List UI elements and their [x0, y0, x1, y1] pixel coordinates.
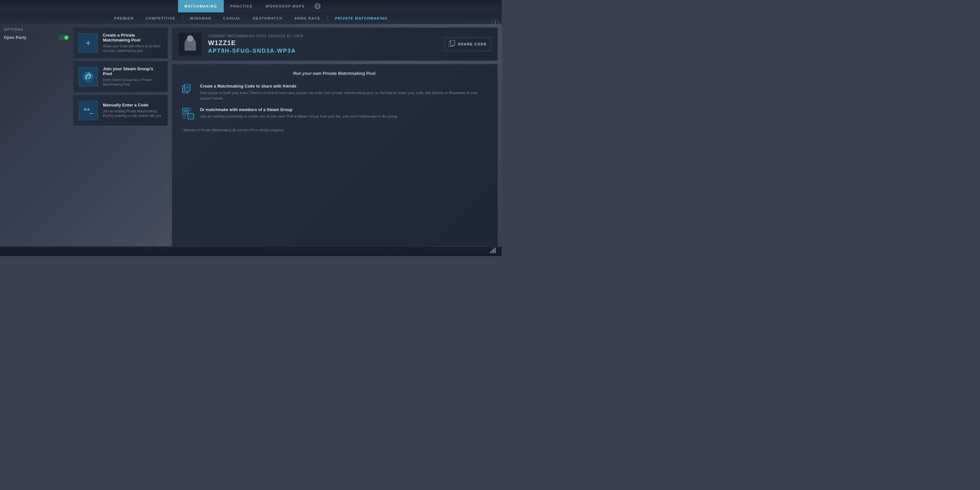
create-pool-item[interactable]: + Create a Private Matchmaking Pool Shar… [73, 27, 168, 59]
svg-point-7 [88, 76, 89, 78]
svg-rect-21 [183, 115, 186, 118]
sub-nav: PREMIER COMPETITIVE | WINGMAN CASUAL DEA… [0, 13, 502, 24]
tab-premier[interactable]: PREMIER [108, 13, 140, 24]
feature-matchmaking-text: Create a Matchmaking Code to share with … [200, 84, 488, 101]
svg-rect-25 [492, 250, 493, 253]
run-own-text: Run your own Private Matchmaking Pool. [182, 71, 488, 76]
create-pool-title: Create a Private Matchmaking Pool [103, 33, 163, 43]
enter-code-title: Manually Enter a Code [103, 103, 163, 108]
open-party-toggle[interactable] [59, 35, 69, 40]
info-icon[interactable]: i [492, 20, 498, 26]
options-label: Options [4, 27, 69, 31]
tab-competitive[interactable]: COMPETITIVE [140, 13, 181, 24]
pool-avatar [179, 33, 202, 56]
matchmaking-code-icon [182, 84, 195, 97]
svg-rect-26 [493, 248, 494, 253]
nav-workshop-maps[interactable]: WORKSHOP MAPS [259, 0, 311, 13]
tab-wingman[interactable]: WINGMAN [184, 13, 218, 24]
bottom-bar [0, 246, 502, 256]
feature-steam-text: Or matchmake with members of a Steam Gro… [200, 108, 398, 119]
note-text: * Matches in Private Matchmaking do not … [182, 128, 488, 132]
tab-deathmatch[interactable]: DEATHMATCH [247, 13, 288, 24]
enter-code-text: Manually Enter a Code Join an existing P… [103, 103, 163, 118]
pool-code: APT8H-SFUG-SND3A-WP3A [208, 48, 438, 54]
pool-subtitle: Current Matchmaking Pool created by user [208, 34, 438, 38]
feature-mm-title: Create a Matchmaking Code to share with … [200, 84, 488, 89]
svg-point-6 [86, 78, 87, 80]
join-steam-item[interactable]: Join your Steam Group's Pool Every Steam… [73, 61, 168, 92]
tab-arms-race[interactable]: ARMS RACE [288, 13, 326, 24]
enter-code-desc: Join an existing Private Matchmaking Poo… [103, 109, 163, 118]
open-party-row: Open Party [4, 35, 69, 40]
open-party-label: Open Party [4, 35, 27, 40]
right-column: Current Matchmaking Pool created by user… [172, 27, 498, 253]
feature-sg-desc: Join an existing community or create one… [200, 114, 398, 119]
feature-sg-title: Or matchmake with members of a Steam Gro… [200, 108, 398, 112]
nav-practice[interactable]: PRACTICE [224, 0, 259, 13]
feature-steam-group: Or matchmake with members of a Steam Gro… [182, 108, 488, 122]
center-panel: + Create a Private Matchmaking Pool Shar… [73, 27, 168, 253]
tab-casual[interactable]: CASUAL [217, 13, 247, 24]
svg-rect-24 [490, 251, 491, 253]
description-area: Run your own Private Matchmaking Pool. [172, 64, 498, 253]
svg-rect-27 [495, 248, 496, 253]
plus-icon: + [86, 38, 91, 48]
enter-code-icon: **_ [78, 100, 98, 120]
signal-icon[interactable] [490, 247, 497, 255]
feature-matchmaking-code: Create a Matchmaking Code to share with … [182, 84, 488, 101]
divider-1: | [181, 15, 184, 22]
nav-matchmaking[interactable]: MATCHMAKING [178, 0, 224, 13]
top-nav: MATCHMAKING PRACTICE WORKSHOP MAPS [0, 0, 502, 13]
pool-header: Current Matchmaking Pool created by user… [172, 27, 498, 61]
create-pool-desc: Share your Code with others to let them … [103, 44, 163, 53]
create-pool-icon: + [78, 33, 98, 53]
divider-2: | [326, 15, 329, 22]
globe-icon[interactable] [311, 3, 324, 9]
join-steam-text: Join your Steam Group's Pool Every Steam… [103, 66, 163, 87]
create-pool-text: Create a Private Matchmaking Pool Share … [103, 33, 163, 53]
key-icon: **_ [83, 107, 93, 114]
pool-info: Current Matchmaking Pool created by user… [208, 34, 438, 54]
svg-rect-9 [450, 40, 455, 45]
share-code-label: SHARE CODE [458, 42, 487, 46]
feature-mm-desc: Solo queue or build your team! There's n… [200, 90, 488, 101]
share-code-button[interactable]: SHARE CODE [445, 37, 491, 51]
svg-rect-20 [188, 108, 191, 111]
join-steam-title: Join your Steam Group's Pool [103, 66, 163, 76]
join-steam-desc: Every Steam Group has a Private Matchmak… [103, 78, 163, 87]
join-steam-icon [78, 67, 98, 87]
enter-code-item[interactable]: **_ Manually Enter a Code Join an existi… [73, 95, 168, 126]
copy-icon [449, 40, 455, 48]
steam-group-icon [182, 108, 195, 122]
page-body: Options Open Party + Create a Private Ma… [0, 24, 502, 256]
tab-private-matchmaking[interactable]: PRIVATE MATCHMAKING [329, 13, 394, 24]
svg-rect-19 [188, 113, 194, 119]
svg-point-23 [185, 111, 186, 112]
pool-username: W1ZZ1E [208, 39, 438, 47]
left-sidebar: Options Open Party [4, 27, 69, 253]
